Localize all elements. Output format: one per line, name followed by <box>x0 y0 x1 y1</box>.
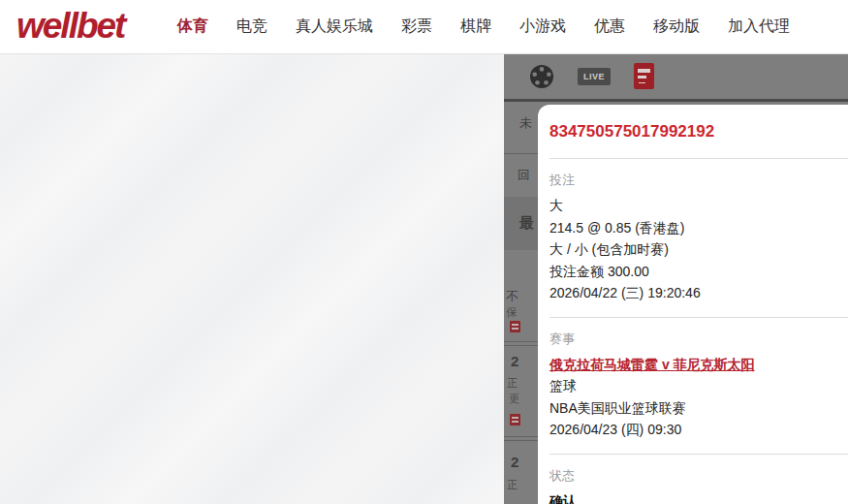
match-start-time: 2026/04/23 (四) 09:30 <box>550 419 836 441</box>
brand-logo[interactable]: wellbet <box>16 6 124 47</box>
bet-detail-popup: 834750575017992192 投注 大 214.5 @ 0.85 (香港… <box>538 105 848 504</box>
dimmed-divider <box>504 436 538 437</box>
bet-market: 大 / 小 (包含加时赛) <box>550 238 836 261</box>
dimmed-divider <box>504 440 538 441</box>
nav-item-sports[interactable]: 体育 <box>177 16 208 37</box>
dimmed-bet-icon <box>510 414 520 425</box>
sports-toolbar: LIVE <box>504 53 848 102</box>
dimmed-divider <box>504 153 538 154</box>
match-section: 赛事 俄克拉荷马城雷霆 v 菲尼克斯太阳 篮球 NBA美国职业篮球联赛 2026… <box>538 318 848 454</box>
nav-item-promotions[interactable]: 优惠 <box>594 16 625 37</box>
bet-selection: 大 <box>550 195 836 217</box>
match-section-label: 赛事 <box>550 331 836 348</box>
nav-item-mobile-version[interactable]: 移动版 <box>653 16 700 37</box>
dimmed-list-text: 未 <box>519 116 532 130</box>
dimmed-list-text: 2 <box>511 355 518 368</box>
bet-odds-line: 214.5 @ 0.85 (香港盘) <box>550 217 836 239</box>
dimmed-bet-icon <box>510 321 520 332</box>
bet-section: 投注 大 214.5 @ 0.85 (香港盘) 大 / 小 (包含加时赛) 投注… <box>538 159 848 317</box>
dimmed-list-text: 最 <box>519 216 534 230</box>
dimmed-list-text: 2 <box>511 456 518 469</box>
status-section: 状态 确认 <box>538 455 848 504</box>
match-league: NBA美国职业篮球联赛 <box>550 397 836 420</box>
bet-section-label: 投注 <box>550 172 836 189</box>
status-section-label: 状态 <box>550 467 836 485</box>
dimmed-divider <box>504 345 538 346</box>
dimmed-list-text: 正 <box>507 376 518 390</box>
nav-item-live-casino[interactable]: 真人娱乐城 <box>296 16 373 37</box>
match-sport: 篮球 <box>550 375 836 397</box>
bet-stake: 投注金额 300.00 <box>550 261 836 283</box>
bet-id: 834750575017992192 <box>538 105 848 158</box>
dimmed-list-text: 保 <box>506 305 517 319</box>
status-value: 确认 <box>550 490 836 504</box>
sports-panel-dimmed: LIVE 未 回 最 不 保 2 正 更 2 正 834750575017992… <box>504 53 848 504</box>
page: wellbet 体育 电竞 真人娱乐城 彩票 棋牌 小游戏 优惠 移动版 加入代… <box>0 0 848 504</box>
live-badge[interactable]: LIVE <box>578 68 611 85</box>
dimmed-list-text: 更 <box>509 392 519 405</box>
main-nav: 体育 电竞 真人娱乐城 彩票 棋牌 小游戏 优惠 移动版 加入代理 <box>177 0 790 53</box>
dimmed-divider <box>504 341 538 342</box>
nav-item-lottery[interactable]: 彩票 <box>401 16 432 37</box>
top-header: wellbet 体育 电竞 真人娱乐城 彩票 棋牌 小游戏 优惠 移动版 加入代… <box>0 0 848 54</box>
soccer-ball-icon[interactable] <box>529 64 554 89</box>
nav-item-card-games[interactable]: 棋牌 <box>460 16 491 37</box>
bet-placed-time: 2026/04/22 (三) 19:20:46 <box>550 282 836 304</box>
nav-item-esports[interactable]: 电竞 <box>236 16 267 37</box>
dimmed-list-text: 不 <box>506 290 518 303</box>
match-link[interactable]: 俄克拉荷马城雷霆 v 菲尼克斯太阳 <box>550 354 755 376</box>
dimmed-list-text: 回 <box>518 169 530 182</box>
nav-item-mini-games[interactable]: 小游戏 <box>519 16 566 37</box>
bet-list-icon[interactable] <box>634 63 654 89</box>
dimmed-list-text: 正 <box>507 478 518 491</box>
background-stripes <box>0 54 504 504</box>
nav-item-join-agent[interactable]: 加入代理 <box>728 16 790 37</box>
